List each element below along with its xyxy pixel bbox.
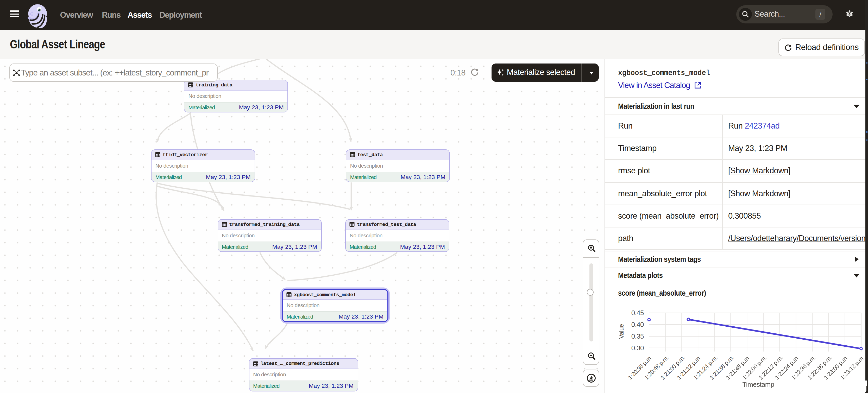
svg-text:0.30: 0.30 [631,344,644,352]
svg-text:0.40: 0.40 [631,321,644,328]
svg-text:0.45: 0.45 [631,309,644,317]
svg-text:0.35: 0.35 [631,332,644,340]
svg-text:Value: Value [618,324,625,339]
svg-text:Timestamp: Timestamp [742,381,774,388]
